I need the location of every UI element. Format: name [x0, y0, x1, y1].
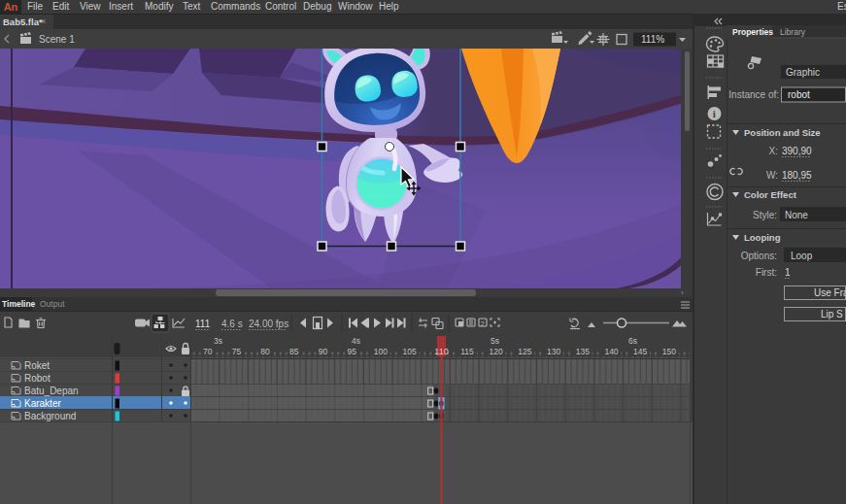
svg-text:100: 100 [374, 347, 388, 356]
svg-text:Robot: Robot [24, 373, 51, 384]
svg-text:First:: First: [756, 267, 777, 278]
svg-text:90: 90 [319, 347, 328, 356]
svg-text:80: 80 [260, 347, 270, 356]
svg-text:105: 105 [403, 347, 417, 356]
svg-text:390,90: 390,90 [782, 146, 812, 156]
svg-text:Output: Output [40, 299, 65, 309]
svg-text:Properties: Properties [732, 27, 773, 37]
svg-text:None: None [785, 210, 808, 220]
svg-text:130: 130 [547, 347, 560, 356]
svg-text:2: 2 [481, 320, 485, 327]
svg-text:Color Effect: Color Effect [744, 189, 797, 200]
svg-text:Roket: Roket [24, 360, 50, 371]
svg-text:robot: robot [788, 89, 810, 100]
svg-text:180,95: 180,95 [782, 170, 812, 181]
svg-text:Background: Background [24, 411, 76, 421]
svg-text:Loop: Loop [791, 251, 813, 261]
svg-text:Use Fra: Use Fra [814, 287, 846, 298]
svg-text:135: 135 [576, 347, 590, 356]
svg-text:3s: 3s [214, 336, 222, 346]
svg-text:5s: 5s [491, 336, 499, 346]
svg-text:Style:: Style: [753, 210, 777, 220]
svg-text:115: 115 [460, 347, 474, 356]
svg-text:120: 120 [490, 347, 503, 356]
svg-text:Library: Library [780, 27, 806, 37]
svg-text:Lip S: Lip S [821, 309, 843, 319]
svg-text:111: 111 [195, 319, 211, 329]
svg-text:Scene 1: Scene 1 [39, 34, 75, 45]
svg-text:4.6 s: 4.6 s [221, 319, 243, 329]
svg-text:4s: 4s [352, 336, 360, 346]
svg-text:Looping: Looping [744, 232, 781, 243]
svg-text:145: 145 [633, 347, 647, 356]
svg-text:24.00 fps: 24.00 fps [249, 319, 288, 329]
svg-text:Options:: Options: [741, 251, 777, 261]
svg-text:140: 140 [604, 347, 618, 356]
svg-text:1: 1 [785, 267, 791, 278]
svg-text:X:: X: [769, 146, 778, 156]
svg-text:Karakter: Karakter [24, 398, 61, 409]
svg-text:Position and Size: Position and Size [744, 127, 821, 138]
svg-text:Batu_Depan: Batu_Depan [24, 386, 79, 396]
svg-text:125: 125 [518, 347, 531, 356]
svg-text:W:: W: [766, 170, 778, 181]
svg-text:75: 75 [232, 347, 242, 356]
svg-text:150: 150 [662, 347, 676, 356]
svg-text:85: 85 [289, 347, 299, 356]
svg-text:i: i [713, 108, 716, 119]
svg-text:70: 70 [203, 347, 213, 356]
svg-text:111%: 111% [641, 34, 664, 45]
svg-text:110: 110 [434, 347, 448, 356]
svg-text:95: 95 [347, 347, 356, 356]
svg-text:Instance of:: Instance of: [728, 89, 779, 100]
svg-text:Timeline: Timeline [2, 299, 36, 309]
svg-text:Graphic: Graphic [786, 67, 820, 78]
svg-text:6s: 6s [628, 336, 637, 346]
